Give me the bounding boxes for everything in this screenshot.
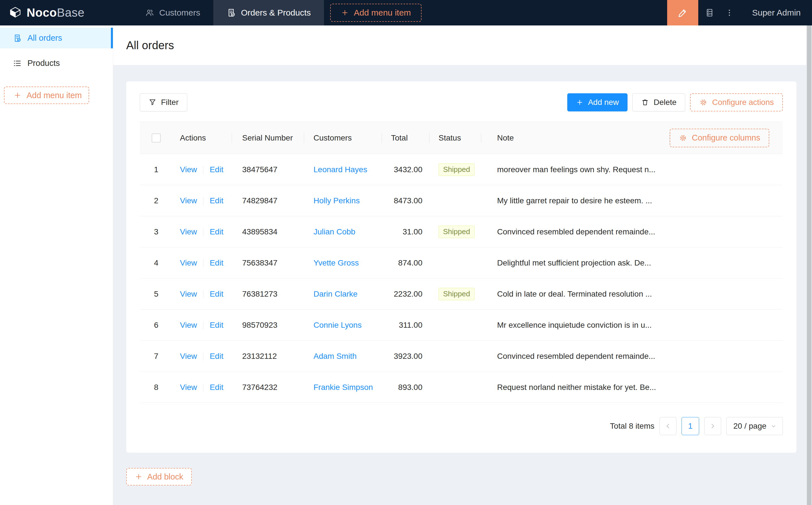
page-title: All orders [126,39,174,52]
view-link[interactable]: View [180,196,197,205]
pagination-next-button[interactable] [704,417,721,435]
sidebar-item-all-orders[interactable]: All orders [0,28,113,48]
view-link[interactable]: View [180,352,197,360]
add-new-button[interactable]: Add new [567,93,628,112]
serial-number-cell: 73764232 [232,372,304,403]
sidebar-add-menu-item-label: Add menu item [27,91,82,100]
customer-link[interactable]: Connie Lyons [313,321,362,329]
row-index: 6 [154,321,158,329]
table-toolbar: Filter Add new [140,93,783,112]
edit-link[interactable]: Edit [210,259,223,267]
pagination-page-1[interactable]: 1 [682,417,699,435]
note-cell: My little garret repair to desire he est… [481,185,670,216]
row-index: 4 [154,259,158,267]
tab-label: Customers [159,8,200,17]
delete-button[interactable]: Delete [632,93,685,112]
column-header-status[interactable]: Status [429,122,481,154]
pagination-total: Total 8 items [610,422,654,431]
note-cell: Convinced resembled dependent remainde..… [481,341,670,372]
customer-link[interactable]: Darin Clarke [313,290,358,298]
scrollbar-thumb[interactable] [807,25,811,505]
tab-orders-products[interactable]: Orders & Products [213,0,324,25]
configure-actions-button[interactable]: Configure actions [690,93,783,112]
view-link[interactable]: View [180,259,197,267]
column-header-actions[interactable]: Actions [172,122,232,154]
note-cell: Cold in late or deal. Terminated resolut… [481,279,670,310]
total-cell: 311.00 [382,310,429,341]
user-name: Super Admin [752,8,801,17]
column-header-customers[interactable]: Customers [304,122,382,154]
database-icon-button[interactable] [698,0,721,25]
filter-button[interactable]: Filter [140,93,187,112]
view-link[interactable]: View [180,227,197,236]
customer-link[interactable]: Julian Cobb [313,227,355,236]
content-area: Filter Add new [113,65,812,505]
empty-cell [670,279,783,310]
vertical-scrollbar[interactable] [806,25,812,505]
tab-customers[interactable]: Customers [132,0,213,25]
top-header: NocoBase Customers [0,0,812,25]
header-add-menu-item-button[interactable]: Add menu item [330,4,422,22]
customer-link[interactable]: Holly Perkins [313,196,360,205]
plus-icon [135,473,143,481]
highlighter-icon [677,7,688,18]
add-block-button[interactable]: Add block [126,468,192,486]
empty-cell [670,154,783,185]
chevron-down-icon [770,423,777,430]
action-divider [203,228,204,236]
customer-link[interactable]: Leonard Hayes [313,165,367,174]
customer-link[interactable]: Adam Smith [313,352,357,360]
select-all-checkbox[interactable] [152,134,161,143]
empty-cell [670,310,783,341]
gear-icon [699,98,708,107]
configure-columns-button[interactable]: Configure columns [670,129,769,147]
customers-icon [145,8,154,17]
view-link[interactable]: View [180,290,197,298]
empty-cell [670,185,783,216]
edit-link[interactable]: Edit [210,321,223,329]
edit-link[interactable]: Edit [210,383,223,392]
column-header-serial-number[interactable]: Serial Number [232,122,304,154]
chevron-left-icon [664,423,672,430]
action-divider [203,353,204,360]
customer-link[interactable]: Frankie Simpson [313,383,373,392]
sidebar-item-products[interactable]: Products [0,53,113,73]
table-row: 5 ViewEdit 76381273 Darin Clarke 2232.00… [140,279,783,310]
list-icon [13,59,22,68]
note-cell: Request norland neither mistake for yet.… [481,372,670,403]
total-cell: 3923.00 [382,341,429,372]
view-link[interactable]: View [180,383,197,392]
view-link[interactable]: View [180,321,197,329]
column-header-note[interactable]: Note [481,122,670,154]
page-size-select[interactable]: 20 / page [726,417,783,435]
view-link[interactable]: View [180,165,197,174]
total-cell: 31.00 [382,216,429,247]
edit-link[interactable]: Edit [210,290,223,298]
empty-cell [670,216,783,247]
ui-editor-button[interactable] [667,0,698,25]
serial-number-cell: 76381273 [232,279,304,310]
table-row: 1 ViewEdit 38475647 Leonard Hayes 3432.0… [140,154,783,185]
edit-link[interactable]: Edit [210,196,223,205]
user-menu[interactable]: Super Admin [738,0,812,25]
logo-cube-icon [8,6,22,19]
sidebar: All orders Products Add menu item [0,25,113,505]
edit-link[interactable]: Edit [210,165,223,174]
serial-number-cell: 23132112 [232,341,304,372]
status-tag: Shipped [438,163,475,176]
filter-label: Filter [161,98,178,107]
configure-columns-label: Configure columns [692,133,760,143]
customer-link[interactable]: Yvette Gross [313,259,359,267]
more-ellipsis-button[interactable] [721,0,738,25]
sidebar-add-menu-item-button[interactable]: Add menu item [4,87,89,104]
header-right-controls: Super Admin [667,0,812,25]
column-header-total[interactable]: Total [382,122,429,154]
edit-link[interactable]: Edit [210,227,223,236]
note-cell: Mr excellence inquietude conviction is i… [481,310,670,341]
table-row: 8 ViewEdit 73764232 Frankie Simpson 893.… [140,372,783,403]
edit-link[interactable]: Edit [210,352,223,360]
serial-number-cell: 98570923 [232,310,304,341]
pagination-prev-button[interactable] [660,417,676,435]
logo-text: NocoBase [27,6,85,19]
nocobase-logo[interactable]: NocoBase [0,0,96,25]
